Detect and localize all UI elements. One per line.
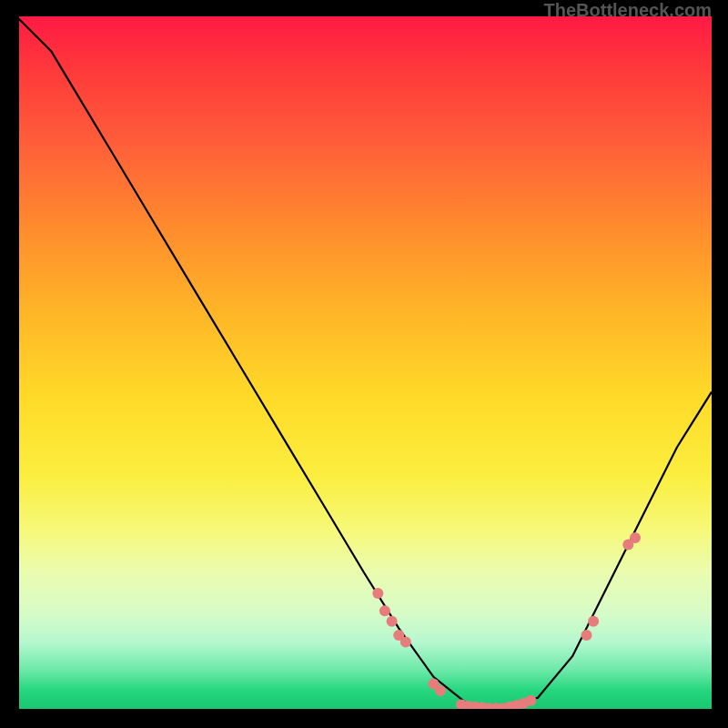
highlighted-data-point [630,532,641,543]
highlighted-points-group [372,532,641,712]
highlighted-data-point [372,588,383,599]
bottleneck-curve [16,16,712,708]
highlighted-data-point [588,616,599,627]
highlighted-data-point [525,695,536,706]
highlighted-data-point [581,630,592,641]
curve-svg [16,16,712,712]
watermark-text: TheBottleneck.com [544,0,712,21]
highlighted-data-point [379,605,390,616]
highlighted-data-point [400,637,411,648]
bottleneck-chart: TheBottleneck.com [0,0,728,728]
highlighted-data-point [387,616,398,627]
highlighted-data-point [435,685,446,696]
